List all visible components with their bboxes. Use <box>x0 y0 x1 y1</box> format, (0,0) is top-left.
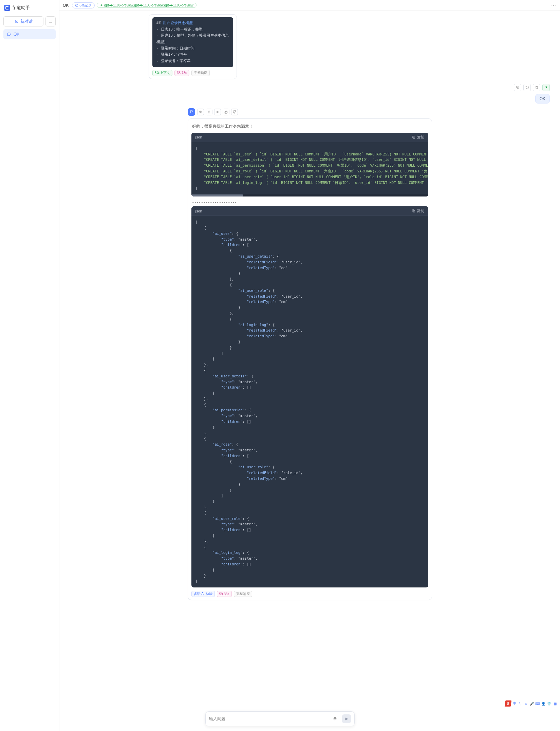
copy-code-button[interactable]: 复制 <box>412 208 424 213</box>
voice-input-button[interactable] <box>331 714 339 723</box>
spark-icon <box>100 4 103 7</box>
conversation-item[interactable]: OK <box>3 29 56 39</box>
bullet-line: - 登录IP：字符串 <box>156 52 229 58</box>
context-tag[interactable]: 5条上下文 <box>152 70 173 76</box>
copy-button[interactable] <box>514 84 521 91</box>
svg-rect-0 <box>49 20 52 23</box>
time-tag: 59.38s <box>217 591 232 597</box>
code-body[interactable]: [ { "ai_user": { "type": "master", "chil… <box>191 216 428 587</box>
history-chip-label: 8条记录 <box>79 3 92 8</box>
sidebar-collapse-icon <box>49 19 53 23</box>
bullet-line: - 日志ID：唯一标识，整型 <box>156 26 229 33</box>
assistant-message: ## 用户登录日志模型 - 日志ID：唯一标识，整型- 用户ID：整型，外键（关… <box>149 14 237 79</box>
assistant-avatar-icon <box>188 108 195 116</box>
microphone-icon <box>333 716 337 721</box>
composer <box>205 711 355 726</box>
chat-bubble-icon <box>7 32 11 36</box>
copy-icon <box>412 135 415 139</box>
time-tag: 38.73s <box>174 70 189 76</box>
divider-text: -------------------- <box>192 200 428 204</box>
send-icon <box>344 717 349 721</box>
bullet-line: - 登录设备：字符串 <box>156 58 229 64</box>
refresh-button[interactable] <box>523 84 531 91</box>
ime-skin-icon[interactable]: 👕 <box>547 701 552 706</box>
app-logo-icon <box>4 5 10 11</box>
new-chat-button[interactable]: 新对话 <box>3 16 43 26</box>
history-chip[interactable]: 8条记录 <box>72 2 95 8</box>
bullet-line: - 用户ID：整型，外键（关联用户基本信息模型） <box>156 33 229 45</box>
user-message-text: OK <box>540 96 545 101</box>
ime-keyboard-icon[interactable]: ⌨ <box>535 701 540 706</box>
ime-user-icon[interactable]: 👤 <box>541 701 546 706</box>
multi-ai-tag[interactable]: 多语 AI 功能 <box>191 591 215 597</box>
svg-rect-10 <box>334 717 336 719</box>
code-block-1: json 复制 [ "CREATE TABLE `ai_user` ( `id`… <box>191 133 428 196</box>
sogou-ime-icon[interactable]: S <box>505 700 512 707</box>
user-message-actions <box>514 84 550 91</box>
conversation-label: OK <box>14 32 19 37</box>
heading-hash: ## <box>156 21 163 25</box>
ime-tray: S 中 °, ☺ 🎤 ⌨ 👤 👕 ▦ <box>504 700 559 707</box>
horizontal-scrollbar[interactable] <box>191 194 428 196</box>
ime-emoji-icon[interactable]: ☺ <box>524 701 528 706</box>
thumbs-down-button[interactable] <box>231 109 238 115</box>
code-block-2: json 复制 [ { "ai_user": { "type": "master… <box>191 206 428 587</box>
assistant-message: 好的，很高兴我的工作令您满意！ json 复制 [ "CREATE TABLE … <box>188 118 432 600</box>
new-chat-label: 新对话 <box>20 19 33 24</box>
more-menu-button[interactable]: ⋯ <box>551 3 557 8</box>
markdown-preview-block: ## 用户登录日志模型 - 日志ID：唯一标识，整型- 用户ID：整型，外键（关… <box>152 17 233 67</box>
copy-response-button[interactable] <box>197 109 204 115</box>
assistant-intro-text: 好的，很高兴我的工作令您满意！ <box>192 124 428 129</box>
reply-mode-tag[interactable]: 完整响应 <box>191 70 210 76</box>
model-chip[interactable]: gpt-4-1106-preview,gpt-4-1106-preview,gp… <box>97 3 197 8</box>
thumbs-up-button[interactable] <box>223 109 229 115</box>
code-lang-label: json <box>195 209 202 213</box>
copy-code-label: 复制 <box>417 208 424 213</box>
delete-button[interactable] <box>533 84 540 91</box>
collapse-sidebar-button[interactable] <box>45 16 56 26</box>
sidebar: 芋道助手 新对话 OK <box>0 0 59 731</box>
code-body[interactable]: [ "CREATE TABLE `ai_user` ( `id` BIGINT … <box>191 142 428 194</box>
assistant-header <box>188 108 432 116</box>
user-message: OK <box>535 94 550 104</box>
clock-icon <box>75 4 78 7</box>
app-logo-row: 芋道助手 <box>3 3 56 12</box>
code-lang-label: json <box>195 135 202 139</box>
ime-voice-icon[interactable]: 🎤 <box>529 701 534 706</box>
audio-button[interactable] <box>214 109 221 115</box>
send-button[interactable] <box>342 714 351 723</box>
copy-code-label: 复制 <box>417 135 424 140</box>
ime-punct-icon[interactable]: °, <box>518 701 523 706</box>
pin-button[interactable] <box>542 84 550 91</box>
heading-link[interactable]: 用户登录日志模型 <box>163 21 193 25</box>
chat-scroll[interactable]: ## 用户登录日志模型 - 日志ID：唯一标识，整型- 用户ID：整型，外键（关… <box>59 11 560 731</box>
reply-mode-tag[interactable]: 完整响应 <box>234 591 252 597</box>
app-title: 芋道助手 <box>12 5 30 11</box>
bullet-line: - 登录时间：日期时间 <box>156 45 229 52</box>
ime-lang-indicator[interactable]: 中 <box>512 701 517 706</box>
prompt-input[interactable] <box>209 716 328 721</box>
plus-chat-icon <box>15 19 19 23</box>
model-chip-label: gpt-4-1106-preview,gpt-4-1106-preview,gp… <box>104 3 193 7</box>
conversation-title: OK <box>63 3 69 8</box>
topbar: OK 8条记录 gpt-4-1106-preview,gpt-4-1106-pr… <box>59 0 560 11</box>
delete-response-button[interactable] <box>206 109 212 115</box>
copy-icon <box>412 209 415 213</box>
ime-toolbox-icon[interactable]: ▦ <box>553 701 557 706</box>
copy-code-button[interactable]: 复制 <box>412 135 424 140</box>
